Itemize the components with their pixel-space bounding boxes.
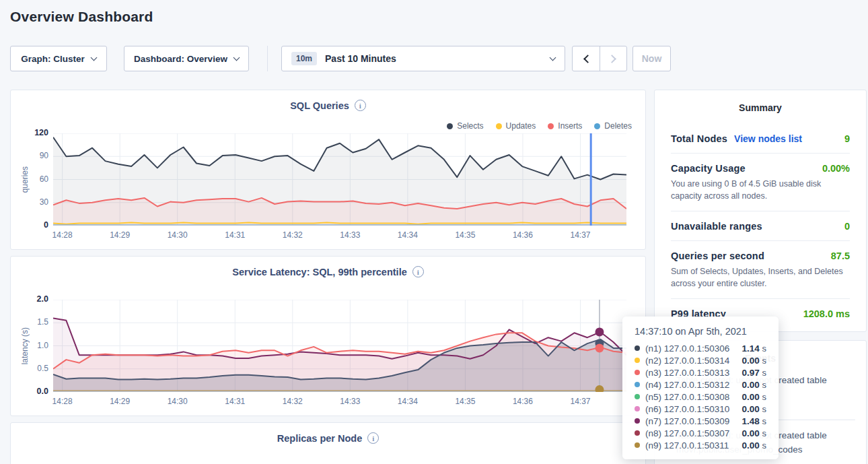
legend-dot-icon (548, 123, 554, 129)
sql-queries-plot[interactable] (53, 133, 626, 226)
x-tick-label: 14:36 (507, 230, 539, 240)
previous-time-button[interactable] (573, 46, 600, 71)
tooltip-node-address: (n3) 127.0.0.1:50313 (645, 368, 729, 378)
dashboard-dropdown[interactable]: Dashboard: Overview (124, 46, 249, 71)
tooltip-node-address: (n2) 127.0.0.1:50314 (645, 356, 729, 366)
summary-panel: Summary Total NodesView nodes list9Capac… (654, 90, 867, 332)
x-tick-label: 14:28 (46, 230, 79, 240)
tooltip-rows: (n1) 127.0.0.1:503061.14 s(n2) 127.0.0.1… (635, 342, 766, 451)
tooltip-node-value: 1.14 s (742, 343, 766, 354)
legend-dot-icon (447, 123, 453, 129)
x-tick-label: 14:30 (161, 397, 194, 406)
x-tick-label: 14:35 (449, 397, 481, 406)
tooltip-node-value: 0.00 s (742, 440, 766, 451)
summary-row-value: 87.5 (831, 251, 850, 261)
y-tick-label: 0 (11, 220, 48, 230)
chevron-right-icon (608, 55, 616, 63)
tooltip-node-unit: s (762, 416, 767, 426)
tooltip-node-address: (n5) 127.0.0.1:50308 (645, 392, 729, 402)
info-icon[interactable]: i (367, 432, 379, 444)
summary-row: Total NodesView nodes list9 (671, 124, 850, 154)
summary-row-value: 0 (844, 221, 850, 232)
tooltip-node-unit: s (762, 428, 767, 438)
y-tick-label: 30 (11, 197, 48, 207)
tooltip-row: (n1) 127.0.0.1:503061.14 s (635, 342, 766, 354)
x-tick-label: 14:31 (219, 397, 251, 406)
x-tick-label: 14:37 (564, 230, 596, 240)
chevron-down-icon (233, 54, 240, 61)
info-icon[interactable]: i (355, 100, 366, 111)
tooltip-node-value: 1.48 s (742, 416, 766, 426)
summary-row-line: Queries per second87.5 (671, 251, 850, 261)
graph-dropdown-label: Graph: Cluster (21, 54, 85, 64)
node-color-dot-icon (635, 370, 640, 375)
tooltip-node-unit: s (762, 440, 767, 451)
now-button[interactable]: Now (632, 46, 671, 71)
x-tick-label: 14:28 (46, 397, 79, 406)
chart-title: Replicas per Node (277, 433, 363, 444)
x-tick-label: 14:33 (334, 397, 366, 406)
tooltip-node-value: 0.00 s (742, 356, 766, 366)
node-color-dot-icon (635, 430, 640, 436)
tooltip-node-address: (n6) 127.0.0.1:50310 (645, 404, 729, 414)
summary-rows: Total NodesView nodes list9Capacity Usag… (671, 124, 850, 328)
node-color-dot-icon (635, 406, 640, 411)
summary-row: Capacity Usage0.00%You are using 0 B of … (671, 154, 850, 211)
y-tick-label: 1.5 (11, 317, 48, 327)
legend-item[interactable]: Inserts (548, 121, 582, 131)
now-button-label: Now (642, 53, 662, 64)
y-tick-label: 0.5 (11, 364, 48, 373)
chart-tooltip: 14:37:10 on Apr 5th, 2021 (n1) 127.0.0.1… (622, 317, 779, 459)
summary-row-value: 1208.0 ms (803, 308, 850, 319)
time-range-dropdown[interactable]: 10m Past 10 Minutes (281, 46, 565, 71)
tooltip-node-unit: s (762, 343, 767, 354)
chart-legend: SelectsUpdatesInsertsDeletes (447, 121, 632, 131)
tooltip-node-address: (n4) 127.0.0.1:50312 (645, 380, 729, 390)
tooltip-node-value: 0.00 s (742, 404, 766, 414)
chevron-down-icon (550, 54, 556, 61)
summary-row-subtext: You are using 0 B of 4.5 GiB usable disk… (671, 178, 850, 202)
x-tick-label: 14:37 (564, 397, 596, 406)
info-icon[interactable]: i (412, 266, 424, 277)
legend-item[interactable]: Updates (496, 121, 536, 131)
node-color-dot-icon (635, 345, 640, 351)
sql-queries-chart-card: SQL Queries i SelectsUpdatesInsertsDelet… (10, 90, 646, 250)
legend-item[interactable]: Deletes (594, 121, 632, 131)
summary-row-label: Unavailable ranges (671, 221, 762, 232)
tooltip-node-address: (n8) 127.0.0.1:50307 (645, 428, 729, 438)
tooltip-node-unit: s (762, 380, 767, 390)
service-latency-plot[interactable] (53, 300, 626, 392)
x-tick-label: 14:30 (161, 230, 194, 240)
summary-row-subtext: Sum of Selects, Updates, Inserts, and De… (671, 265, 850, 290)
tooltip-row: (n2) 127.0.0.1:503140.00 s (635, 354, 766, 366)
summary-row: Unavailable ranges0 (671, 211, 850, 241)
y-tick-label: 120 (11, 128, 48, 137)
dashboard-dropdown-label: Dashboard: Overview (134, 54, 227, 64)
replicas-per-node-chart-card: Replicas per Node i (10, 422, 646, 464)
x-tick-label: 14:32 (277, 230, 309, 240)
graph-dropdown[interactable]: Graph: Cluster (10, 46, 107, 71)
tooltip-row: (n9) 127.0.0.1:503110.00 s (635, 439, 766, 451)
node-color-dot-icon (635, 418, 640, 424)
tooltip-row: (n4) 127.0.0.1:503120.00 s (635, 378, 766, 391)
next-time-button[interactable] (600, 46, 626, 71)
x-tick-label: 14:32 (277, 397, 309, 406)
tooltip-row: (n5) 127.0.0.1:503080.00 s (635, 391, 766, 403)
node-color-dot-icon (635, 394, 640, 399)
tooltip-node-unit: s (762, 392, 767, 402)
overview-dashboard-page: Overview Dashboard Graph: Cluster Dashbo… (0, 0, 868, 464)
tooltip-row: (n3) 127.0.0.1:503130.97 s (635, 366, 766, 378)
x-tick-label: 14:35 (449, 230, 481, 240)
tooltip-node-value: 0.00 s (742, 392, 766, 402)
chart-title: SQL Queries (290, 100, 349, 111)
service-latency-chart-card: Service Latency: SQL, 99th percentile i … (10, 256, 646, 416)
toolbar-divider (267, 46, 268, 71)
summary-row-line: Capacity Usage0.00% (671, 163, 850, 174)
y-tick-label: 1.0 (11, 341, 48, 350)
x-tick-label: 14:36 (507, 397, 539, 406)
node-color-dot-icon (635, 442, 640, 448)
legend-item[interactable]: Selects (447, 121, 483, 131)
y-tick-label: 60 (11, 174, 48, 184)
view-nodes-list-link[interactable]: View nodes list (734, 133, 802, 144)
x-tick-label: 14:29 (104, 230, 136, 240)
